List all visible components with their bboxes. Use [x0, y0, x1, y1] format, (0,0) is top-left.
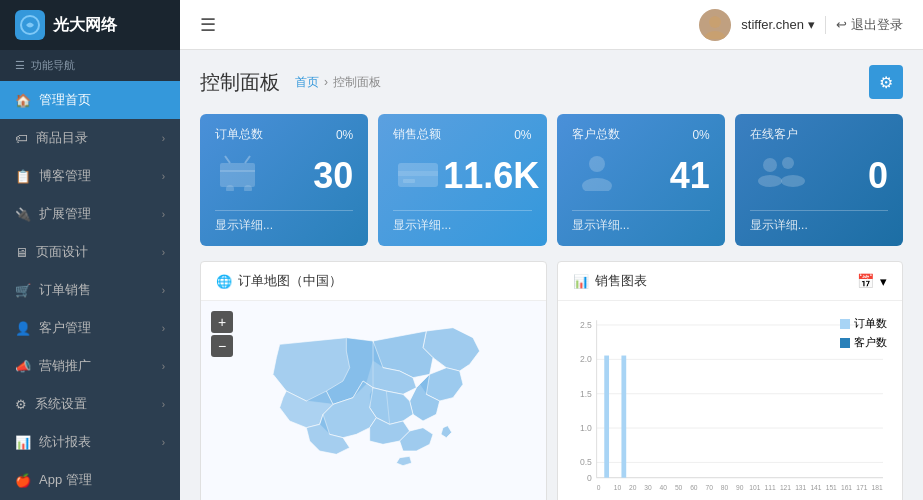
blog-icon: 📋	[15, 169, 31, 184]
calendar-icon[interactable]: 📅	[857, 273, 874, 289]
sidebar-label-orders: 订单销售	[39, 281, 91, 299]
svg-text:161: 161	[840, 484, 851, 491]
zoom-out-button[interactable]: −	[211, 335, 233, 357]
svg-point-13	[758, 175, 782, 187]
sidebar-item-extend[interactable]: 🔌 扩展管理 ›	[0, 195, 180, 233]
svg-rect-3	[220, 163, 255, 187]
svg-text:181: 181	[871, 484, 882, 491]
sidebar-item-marketing[interactable]: 📣 营销推广 ›	[0, 347, 180, 385]
svg-point-11	[582, 178, 612, 191]
sidebar-label-settings: 系统设置	[35, 395, 87, 413]
stat-footer-online[interactable]: 显示详细...	[750, 210, 888, 234]
sidebar-label-home: 管理首页	[39, 91, 91, 109]
stat-card-online[interactable]: 在线客户 0 显示详细...	[735, 114, 903, 246]
stat-icon-online	[750, 151, 810, 200]
china-map-svg	[228, 311, 518, 500]
reports-icon: 📊	[15, 435, 31, 450]
svg-rect-8	[398, 171, 438, 176]
svg-rect-9	[403, 179, 415, 183]
header-right: stiffer.chen ▾ ↩ 退出登录	[699, 9, 903, 41]
sidebar-item-home[interactable]: 🏠 管理首页	[0, 81, 180, 119]
sidebar-item-appmanage[interactable]: 🍎 App 管理	[0, 461, 180, 499]
svg-text:2.0: 2.0	[579, 354, 591, 364]
sidebar-item-page[interactable]: 🖥 页面设计 ›	[0, 233, 180, 271]
legend-label-customers: 客户数	[854, 335, 887, 350]
stat-value-sales: 11.6K	[443, 155, 539, 197]
extend-icon: 🔌	[15, 207, 31, 222]
chevron-icon-6: ›	[162, 323, 165, 334]
chart-legend: 订单数 客户数	[840, 316, 887, 350]
dropdown-arrow[interactable]: ▾	[880, 274, 887, 289]
sidebar: 光大网络 ☰ 功能导航 🏠 管理首页 🏷 商品目录 › 📋 博客管理 ›	[0, 0, 180, 500]
sidebar-item-settings[interactable]: ⚙ 系统设置 ›	[0, 385, 180, 423]
products-icon: 🏷	[15, 131, 28, 146]
breadcrumb-current: 控制面板	[333, 74, 381, 91]
sidebar-label-customers: 客户管理	[39, 319, 91, 337]
svg-text:0: 0	[596, 484, 600, 491]
chart-panel-header: 📊 销售图表 📅 ▾	[558, 262, 903, 301]
zoom-in-button[interactable]: +	[211, 311, 233, 333]
sidebar-label-blog: 博客管理	[39, 167, 91, 185]
breadcrumb-home[interactable]: 首页	[295, 74, 319, 91]
map-icon: 🌐	[216, 274, 232, 289]
legend-label-orders: 订单数	[854, 316, 887, 331]
page-header: 控制面板 首页 › 控制面板 ⚙	[200, 65, 903, 99]
legend-dot-orders	[840, 319, 850, 329]
dropdown-icon: ▾	[808, 17, 815, 32]
page-title: 控制面板	[200, 69, 280, 96]
stat-card-sales[interactable]: 销售总额 0% 11.6K 显示详细...	[378, 114, 546, 246]
map-container: + −	[201, 301, 546, 500]
stat-value-online: 0	[868, 155, 888, 197]
sidebar-nav: 🏠 管理首页 🏷 商品目录 › 📋 博客管理 › 🔌 扩展管理 ›	[0, 81, 180, 500]
svg-text:131: 131	[795, 484, 806, 491]
sidebar-item-reports[interactable]: 📊 统计报表 ›	[0, 423, 180, 461]
stat-footer-customers[interactable]: 显示详细...	[572, 210, 710, 234]
bar-orders-2	[621, 356, 626, 478]
chart-title: 销售图表	[595, 272, 647, 290]
sidebar-item-blog[interactable]: 📋 博客管理 ›	[0, 157, 180, 195]
page-icon: 🖥	[15, 245, 28, 260]
stat-card-customers[interactable]: 客户总数 0% 41 显示详细...	[557, 114, 725, 246]
logo-icon	[15, 10, 45, 40]
orders-icon: 🛒	[15, 283, 31, 298]
svg-point-2	[705, 31, 725, 39]
content-area: 控制面板 首页 › 控制面板 ⚙ 订单总数 0%	[180, 50, 923, 500]
header: ☰ stiffer.chen ▾ ↩ 退出登录	[180, 0, 923, 50]
stat-footer-sales[interactable]: 显示详细...	[393, 210, 531, 234]
sidebar-label-marketing: 营销推广	[39, 357, 91, 375]
stat-card-orders[interactable]: 订单总数 0% 30 显示详细...	[200, 114, 368, 246]
settings-icon: ⚙	[15, 397, 27, 412]
user-name[interactable]: stiffer.chen ▾	[741, 17, 815, 32]
bar-orders-1	[604, 356, 609, 478]
svg-text:0: 0	[587, 473, 592, 483]
svg-text:141: 141	[810, 484, 821, 491]
settings-button[interactable]: ⚙	[869, 65, 903, 99]
sidebar-label-products: 商品目录	[36, 129, 88, 147]
sidebar-label-appmanage: App 管理	[39, 471, 92, 489]
svg-point-14	[782, 157, 794, 169]
svg-text:121: 121	[779, 484, 790, 491]
user-avatar	[699, 9, 731, 41]
svg-text:60: 60	[690, 484, 698, 491]
svg-text:40: 40	[659, 484, 667, 491]
chart-container: 订单数 客户数	[558, 301, 903, 500]
sidebar-label-reports: 统计报表	[39, 433, 91, 451]
sidebar-item-orders[interactable]: 🛒 订单销售 ›	[0, 271, 180, 309]
breadcrumb-separator: ›	[324, 75, 328, 89]
svg-text:171: 171	[856, 484, 867, 491]
stat-footer-orders[interactable]: 显示详细...	[215, 210, 353, 234]
hamburger-button[interactable]: ☰	[200, 14, 216, 36]
chevron-icon-9: ›	[162, 437, 165, 448]
legend-orders: 订单数	[840, 316, 887, 331]
logout-button[interactable]: ↩ 退出登录	[825, 16, 903, 34]
app-icon: 🍎	[15, 473, 31, 488]
sidebar-item-products[interactable]: 🏷 商品目录 ›	[0, 119, 180, 157]
stat-value-orders: 30	[313, 155, 353, 197]
svg-text:80: 80	[720, 484, 728, 491]
svg-text:70: 70	[705, 484, 713, 491]
nav-title-icon: ☰	[15, 59, 25, 72]
panels-row: 🌐 订单地图（中国） + −	[200, 261, 903, 500]
nav-title: ☰ 功能导航	[0, 50, 180, 81]
sidebar-item-customers[interactable]: 👤 客户管理 ›	[0, 309, 180, 347]
svg-point-1	[709, 16, 721, 28]
